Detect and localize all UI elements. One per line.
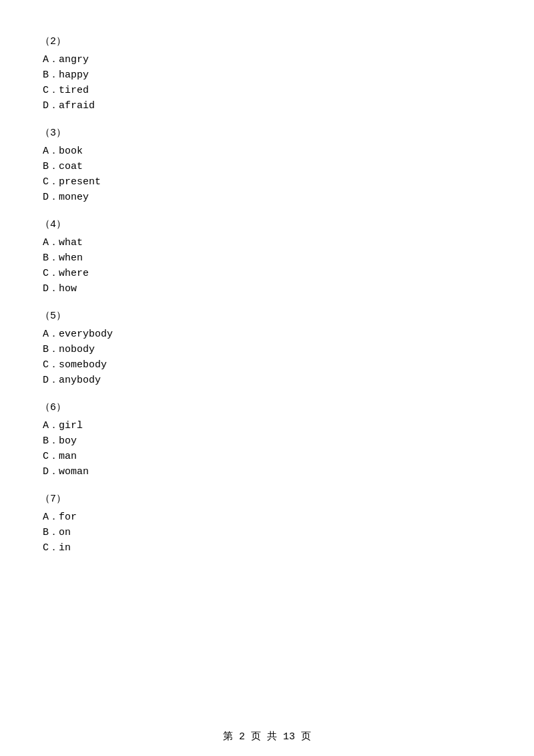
question-0-option-1: B．happy — [40, 68, 494, 81]
question-5-option-1: B．on — [40, 526, 494, 538]
question-number-0: （2） — [40, 35, 494, 47]
question-0-option-0: A．angry — [40, 53, 494, 65]
question-4-option-0: A．girl — [40, 419, 494, 431]
question-3-option-0: A．everybody — [40, 327, 494, 340]
question-0-option-3: D．afraid — [40, 99, 494, 112]
question-number-3: （5） — [40, 309, 494, 322]
question-4-option-1: B．boy — [40, 434, 494, 447]
question-2-option-1: B．when — [40, 251, 494, 264]
page-footer: 第 2 页 共 13 页 — [0, 730, 534, 743]
question-1-option-2: C．present — [40, 175, 494, 188]
question-1-option-3: D．money — [40, 190, 494, 203]
footer-text: 第 2 页 共 13 页 — [223, 731, 311, 743]
question-0-option-2: C．tired — [40, 83, 494, 96]
page-content: （2）A．angryB．happyC．tiredD．afraid（3）A．boo… — [0, 0, 534, 600]
question-2-option-3: D．how — [40, 282, 494, 295]
question-1-option-0: A．book — [40, 144, 494, 157]
question-2-option-0: A．what — [40, 236, 494, 248]
question-1-option-1: B．coat — [40, 160, 494, 172]
question-2-option-2: C．where — [40, 266, 494, 279]
question-3-option-3: D．anybody — [40, 373, 494, 386]
question-4-option-3: D．woman — [40, 465, 494, 478]
question-3-option-2: C．somebody — [40, 358, 494, 371]
question-4-option-2: C．man — [40, 449, 494, 462]
question-5-option-2: C．in — [40, 541, 494, 554]
question-5-option-0: A．for — [40, 510, 494, 523]
question-number-5: （7） — [40, 492, 494, 505]
question-number-4: （6） — [40, 401, 494, 413]
question-3-option-1: B．nobody — [40, 343, 494, 355]
question-number-1: （3） — [40, 126, 494, 139]
question-number-2: （4） — [40, 218, 494, 230]
